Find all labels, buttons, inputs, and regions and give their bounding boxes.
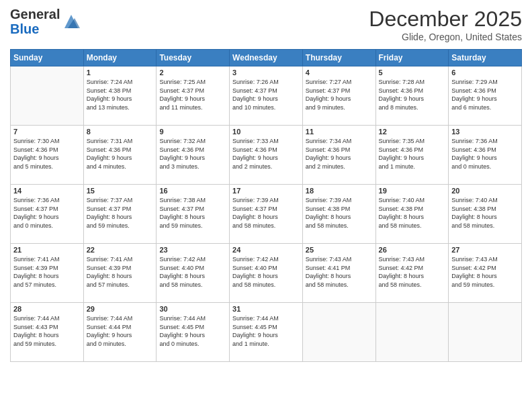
- day-number: 13: [451, 128, 519, 136]
- col-friday: Friday: [375, 50, 449, 66]
- day-number: 1: [87, 68, 154, 77]
- table-row: 4Sunrise: 7:27 AMSunset: 4:37 PMDaylight…: [302, 66, 375, 126]
- day-number: 5: [379, 68, 446, 77]
- logo-blue: Blue: [10, 21, 39, 36]
- day-number: 15: [87, 187, 154, 195]
- col-wednesday: Wednesday: [230, 50, 303, 66]
- table-row: 18Sunrise: 7:39 AMSunset: 4:38 PMDayligh…: [302, 185, 375, 244]
- table-row: 31Sunrise: 7:44 AMSunset: 4:45 PMDayligh…: [230, 303, 303, 362]
- day-number: 23: [159, 246, 226, 254]
- day-number: 17: [232, 187, 300, 195]
- day-number: 11: [306, 128, 373, 136]
- table-row: 24Sunrise: 7:42 AMSunset: 4:40 PMDayligh…: [230, 244, 303, 303]
- day-info: Sunrise: 7:38 AMSunset: 4:37 PMDaylight:…: [159, 196, 226, 230]
- day-info: Sunrise: 7:24 AMSunset: 4:38 PMDaylight:…: [87, 78, 154, 111]
- header: General Blue December 2025 Glide, Oregon…: [10, 7, 522, 42]
- logo-text: General Blue: [10, 7, 60, 36]
- day-number: 28: [13, 305, 81, 313]
- calendar-table: Sunday Monday Tuesday Wednesday Thursday…: [10, 49, 522, 362]
- calendar-week-row: 28Sunrise: 7:44 AMSunset: 4:43 PMDayligh…: [11, 303, 522, 362]
- table-row: [302, 303, 375, 362]
- day-number: 21: [13, 246, 81, 254]
- day-info: Sunrise: 7:37 AMSunset: 4:37 PMDaylight:…: [87, 196, 154, 230]
- day-info: Sunrise: 7:41 AMSunset: 4:39 PMDaylight:…: [13, 255, 81, 289]
- calendar-week-row: 14Sunrise: 7:36 AMSunset: 4:37 PMDayligh…: [11, 185, 522, 244]
- table-row: 7Sunrise: 7:30 AMSunset: 4:36 PMDaylight…: [11, 126, 84, 185]
- col-saturday: Saturday: [449, 50, 522, 66]
- table-row: 16Sunrise: 7:38 AMSunset: 4:37 PMDayligh…: [157, 185, 230, 244]
- day-info: Sunrise: 7:43 AMSunset: 4:42 PMDaylight:…: [379, 255, 446, 289]
- table-row: 27Sunrise: 7:43 AMSunset: 4:42 PMDayligh…: [449, 244, 522, 303]
- day-number: 14: [13, 187, 81, 195]
- day-info: Sunrise: 7:42 AMSunset: 4:40 PMDaylight:…: [232, 255, 300, 289]
- table-row: 5Sunrise: 7:28 AMSunset: 4:36 PMDaylight…: [375, 66, 449, 126]
- day-info: Sunrise: 7:34 AMSunset: 4:36 PMDaylight:…: [306, 137, 373, 171]
- day-info: Sunrise: 7:36 AMSunset: 4:36 PMDaylight:…: [451, 137, 519, 171]
- col-thursday: Thursday: [302, 50, 375, 66]
- day-number: 22: [87, 246, 154, 254]
- day-info: Sunrise: 7:43 AMSunset: 4:42 PMDaylight:…: [451, 255, 519, 289]
- logo-general: General: [10, 7, 60, 21]
- day-number: 24: [232, 246, 300, 254]
- day-info: Sunrise: 7:39 AMSunset: 4:38 PMDaylight:…: [306, 196, 373, 230]
- day-info: Sunrise: 7:44 AMSunset: 4:44 PMDaylight:…: [87, 314, 154, 348]
- table-row: 28Sunrise: 7:44 AMSunset: 4:43 PMDayligh…: [11, 303, 84, 362]
- day-number: 18: [306, 187, 373, 195]
- day-info: Sunrise: 7:30 AMSunset: 4:36 PMDaylight:…: [13, 137, 81, 171]
- day-info: Sunrise: 7:40 AMSunset: 4:38 PMDaylight:…: [451, 196, 519, 230]
- table-row: 23Sunrise: 7:42 AMSunset: 4:40 PMDayligh…: [157, 244, 230, 303]
- day-number: 3: [232, 68, 300, 77]
- table-row: 25Sunrise: 7:43 AMSunset: 4:41 PMDayligh…: [302, 244, 375, 303]
- day-number: 30: [159, 305, 226, 313]
- table-row: 1Sunrise: 7:24 AMSunset: 4:38 PMDaylight…: [83, 66, 157, 126]
- title-area: December 2025 Glide, Oregon, United Stat…: [369, 7, 522, 42]
- day-info: Sunrise: 7:44 AMSunset: 4:45 PMDaylight:…: [159, 314, 226, 348]
- day-number: 27: [451, 246, 519, 254]
- table-row: 13Sunrise: 7:36 AMSunset: 4:36 PMDayligh…: [449, 126, 522, 185]
- table-row: 11Sunrise: 7:34 AMSunset: 4:36 PMDayligh…: [302, 126, 375, 185]
- day-info: Sunrise: 7:39 AMSunset: 4:37 PMDaylight:…: [232, 196, 300, 230]
- day-number: 16: [159, 187, 226, 195]
- day-info: Sunrise: 7:31 AMSunset: 4:36 PMDaylight:…: [87, 137, 154, 171]
- page-container: General Blue December 2025 Glide, Oregon…: [0, 0, 532, 411]
- day-number: 10: [232, 128, 300, 136]
- day-number: 12: [379, 128, 446, 136]
- day-number: 31: [232, 305, 300, 313]
- day-info: Sunrise: 7:27 AMSunset: 4:37 PMDaylight:…: [306, 78, 373, 111]
- day-info: Sunrise: 7:33 AMSunset: 4:36 PMDaylight:…: [232, 137, 300, 171]
- table-row: 19Sunrise: 7:40 AMSunset: 4:38 PMDayligh…: [375, 185, 449, 244]
- calendar-header-row: Sunday Monday Tuesday Wednesday Thursday…: [11, 50, 522, 66]
- day-number: 4: [306, 68, 373, 77]
- table-row: 15Sunrise: 7:37 AMSunset: 4:37 PMDayligh…: [83, 185, 157, 244]
- day-info: Sunrise: 7:26 AMSunset: 4:37 PMDaylight:…: [232, 78, 300, 111]
- table-row: 17Sunrise: 7:39 AMSunset: 4:37 PMDayligh…: [230, 185, 303, 244]
- table-row: 3Sunrise: 7:26 AMSunset: 4:37 PMDaylight…: [230, 66, 303, 126]
- logo: General Blue: [10, 7, 81, 36]
- table-row: 8Sunrise: 7:31 AMSunset: 4:36 PMDaylight…: [83, 126, 157, 185]
- day-number: 8: [87, 128, 154, 136]
- table-row: [11, 66, 84, 126]
- day-number: 2: [159, 68, 226, 77]
- day-info: Sunrise: 7:42 AMSunset: 4:40 PMDaylight:…: [159, 255, 226, 289]
- day-info: Sunrise: 7:29 AMSunset: 4:36 PMDaylight:…: [451, 78, 519, 111]
- table-row: 14Sunrise: 7:36 AMSunset: 4:37 PMDayligh…: [11, 185, 84, 244]
- table-row: 26Sunrise: 7:43 AMSunset: 4:42 PMDayligh…: [375, 244, 449, 303]
- day-number: 25: [306, 246, 373, 254]
- table-row: 10Sunrise: 7:33 AMSunset: 4:36 PMDayligh…: [230, 126, 303, 185]
- table-row: 29Sunrise: 7:44 AMSunset: 4:44 PMDayligh…: [83, 303, 157, 362]
- calendar-week-row: 21Sunrise: 7:41 AMSunset: 4:39 PMDayligh…: [11, 244, 522, 303]
- col-tuesday: Tuesday: [157, 50, 230, 66]
- day-info: Sunrise: 7:40 AMSunset: 4:38 PMDaylight:…: [379, 196, 446, 230]
- day-number: 20: [451, 187, 519, 195]
- day-number: 6: [451, 68, 519, 77]
- table-row: 6Sunrise: 7:29 AMSunset: 4:36 PMDaylight…: [449, 66, 522, 126]
- table-row: 20Sunrise: 7:40 AMSunset: 4:38 PMDayligh…: [449, 185, 522, 244]
- table-row: 2Sunrise: 7:25 AMSunset: 4:37 PMDaylight…: [157, 66, 230, 126]
- day-info: Sunrise: 7:41 AMSunset: 4:39 PMDaylight:…: [87, 255, 154, 289]
- month-title: December 2025: [369, 7, 522, 32]
- day-number: 7: [13, 128, 81, 136]
- table-row: 30Sunrise: 7:44 AMSunset: 4:45 PMDayligh…: [157, 303, 230, 362]
- logo-icon: [61, 11, 81, 32]
- table-row: 9Sunrise: 7:32 AMSunset: 4:36 PMDaylight…: [157, 126, 230, 185]
- day-number: 29: [87, 305, 154, 313]
